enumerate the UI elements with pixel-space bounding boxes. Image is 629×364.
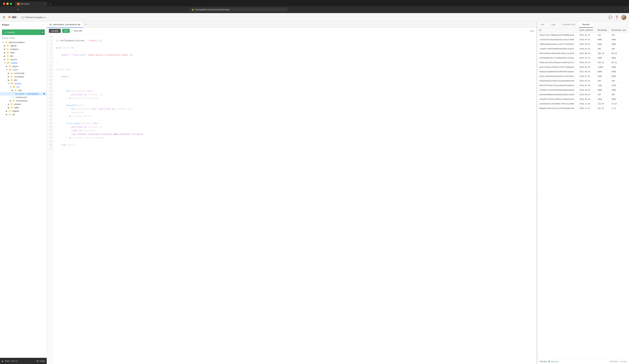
table-cell: 58aa5f22ef7488e9a55349708002ae46: [537, 33, 578, 37]
tab-logs[interactable]: Logs: [548, 22, 559, 28]
sidebar-item-dbt[interactable]: ▶ 📁 dbt: [0, 78, 47, 82]
bookmark-icon[interactable]: ☆: [624, 8, 627, 11]
sidebar-item-util[interactable]: ▶ 📁 util: [0, 113, 47, 116]
table-cell: ab4ffc603ec4f6d69174707f2d66bbc8: [537, 65, 578, 70]
tab-close-button[interactable]: ×: [44, 2, 45, 5]
folder-icon-marts: 📂: [9, 69, 12, 71]
hamburger-menu-button[interactable]: ☰: [2, 15, 5, 19]
table-cell: 100: [596, 92, 610, 97]
results-table-wrap[interactable]: ID DATE_MONTH REVENUE REVENUE_CHA 58aa5f…: [537, 28, 629, 359]
footer-meta: 100 Rows 2.0 sec: [610, 361, 627, 363]
editor-tab-active[interactable]: fct_subscription_transactions.sql: [47, 22, 83, 28]
table-cell: 100: [610, 79, 629, 83]
new-tab-button[interactable]: +: [48, 3, 53, 6]
sidebar-item-schema[interactable]: 📄 schema.yml: [0, 95, 47, 99]
sidebar-item-macros[interactable]: ▶ 📁 macros: [0, 58, 47, 61]
sql-file-icon: 📄: [12, 92, 14, 95]
sidebar-item-utils[interactable]: ▶ 📁 utils: [0, 89, 47, 92]
product-label: product: [14, 103, 45, 105]
table-cell: 6000: [596, 70, 610, 74]
sidebar-item-transactions[interactable]: ▶ 📁 transactions: [0, 99, 47, 102]
code-line-11: [56, 71, 534, 75]
folder-open-icon-finance: ▼: [8, 82, 10, 85]
folder-icon: ▶: [8, 106, 9, 109]
table-cell: 2019-08-01: [578, 51, 596, 56]
run-button[interactable]: run: [62, 29, 70, 33]
col-id: ID: [537, 28, 578, 33]
sidebar-item-finance[interactable]: ▼ 📂 finance: [0, 82, 47, 85]
traffic-light-green[interactable]: [10, 2, 12, 5]
sidebar-item-analytics[interactable]: ▶ 📁 analytics: [0, 47, 47, 51]
tab-compiled-sql[interactable]: Compiled SQL: [559, 22, 579, 28]
url-bar[interactable]: 🔒 cloud.getdbt.com/#/accounts/1/develop/: [189, 8, 288, 12]
branch-label: branch: master: [0, 36, 47, 40]
table-cell: 2018-04-01: [578, 88, 596, 92]
commit-arrow[interactable]: ▾: [40, 29, 45, 35]
compile-button[interactable]: compile: [49, 29, 61, 33]
download-button[interactable]: ⤓: [624, 22, 629, 28]
editor-area: fct_subscription_transactions.sql + comp…: [47, 22, 536, 364]
sidebar-item-consulting[interactable]: ▶ 📁 consulting: [0, 75, 47, 78]
help-icon[interactable]: ❓: [615, 15, 619, 19]
code-content[interactable]: {{ config(materialized = 'table') }} wit…: [53, 34, 536, 364]
code-line-26: partition by customer_id: [56, 125, 534, 129]
sidebar-item-github[interactable]: ▶ 📁 .github: [0, 44, 47, 47]
traffic-light-yellow[interactable]: [6, 2, 9, 5]
tab-info[interactable]: Info: [537, 22, 548, 28]
folder-icon-product: 📁: [10, 103, 13, 105]
folder-icon: ▶: [6, 65, 7, 68]
reload-button[interactable]: ↻: [16, 8, 20, 11]
editor-tab-label: fct_subscription_transactions.sql: [49, 23, 80, 26]
table-cell: 188.59: [596, 51, 610, 56]
ddl-label: ddl: [10, 55, 45, 57]
table-cell: 1.53: [610, 106, 629, 111]
folder-open-icon-marts: ▼: [6, 69, 8, 71]
user-avatar[interactable]: [621, 15, 627, 20]
code-line-29: ) as customer_starting_revenue: [56, 136, 534, 140]
sidebar-item-data[interactable]: ▶ 📁 data: [0, 51, 47, 54]
sidebar-more-button[interactable]: ⋯: [42, 23, 45, 26]
sidebar-item-community[interactable]: ▶ 📁 community: [0, 72, 47, 75]
sidebar-item-models[interactable]: ▼ 📂 models: [0, 61, 47, 65]
table-row: cea7be635f2833a0aa59ece3ee1f8e082019-07-…: [537, 37, 629, 42]
table-cell: 100: [596, 79, 610, 83]
table-cell: 1200: [596, 83, 610, 88]
code-line-18: ) as customer_first_month,: [56, 96, 534, 100]
back-button[interactable]: ←: [2, 8, 7, 11]
traffic-light-red[interactable]: [3, 2, 5, 5]
sidebar-item-ddl[interactable]: ▶ 📁 ddl: [0, 54, 47, 58]
sidebar-item-fct-sql[interactable]: 📄 fct_subsc… transactions.sql: [0, 92, 47, 95]
folder-icon-export: 📁: [8, 65, 11, 68]
code-line-1: [56, 35, 534, 39]
save-button[interactable]: save: [530, 30, 534, 32]
sidebar-item-product[interactable]: ▶ 📁 product: [0, 102, 47, 106]
code-line-5: [56, 50, 534, 53]
table-cell: 2019-07-01: [578, 56, 596, 60]
table-cell: 3000: [610, 97, 629, 101]
table-cell: 1200: [610, 83, 629, 88]
limit-toggle[interactable]: ✓ limit 100: [71, 29, 82, 32]
table-row: c23b85ff2b8f604642b4d630671e82512018-01-…: [537, 47, 629, 51]
project-selector[interactable]: 📋 Fishtown Analytics ▾: [21, 16, 46, 19]
sidebar-item-export[interactable]: ▶ 📁 export: [0, 65, 47, 68]
sidebar-title: Project: [2, 23, 9, 26]
sales-label: sales: [14, 106, 45, 109]
sidebar-item-sales[interactable]: ▶ 📁 sales: [0, 106, 47, 109]
sidebar-item-mrr[interactable]: ▼ 📂 mrr: [0, 85, 47, 89]
dbt-logo-icon: ✕: [8, 15, 11, 19]
sidebar-tree: ▼ 📁 internal-analytics ▶ 📁 .github ▶ 📁 a…: [0, 40, 47, 358]
success-text: Success: [551, 361, 558, 363]
tab-results[interactable]: Results: [579, 22, 593, 28]
forward-button[interactable]: →: [9, 8, 14, 11]
sidebar-item-staging[interactable]: ▶ 📁 staging: [0, 109, 47, 113]
sidebar-item-internal-analytics[interactable]: ▼ 📁 internal-analytics: [0, 41, 47, 44]
browser-tab-active[interactable]: X dbt Cloud ×: [15, 2, 47, 6]
runs-expand-icon[interactable]: ›: [35, 360, 35, 362]
commit-button[interactable]: ⎇ commit... ▾: [2, 29, 45, 35]
chat-icon[interactable]: 💬: [609, 15, 612, 19]
sidebar-item-marts[interactable]: ▼ 📂 marts: [0, 68, 47, 72]
new-file-button[interactable]: +: [83, 23, 89, 26]
table-cell: 2019-06-01: [578, 92, 596, 97]
table-cell: 2000: [610, 56, 629, 60]
tab-favicon: X: [17, 2, 20, 5]
